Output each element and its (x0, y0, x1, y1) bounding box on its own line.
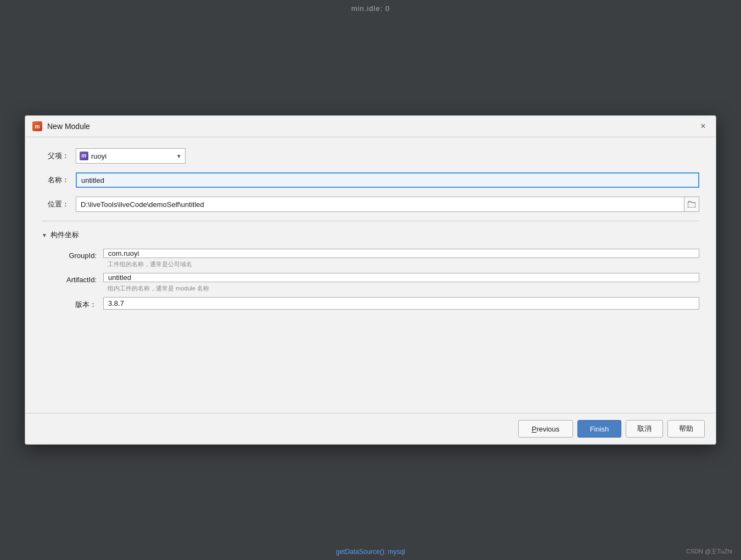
artifactid-row: ArtifactId: 组内工件的名称，通常是 module 名称 (53, 273, 699, 293)
parent-row: 父项： m ruoyi ▼ (42, 148, 699, 164)
artifactid-label: ArtifactId: (53, 273, 97, 293)
dialog-footer: Previous Finish 取消 帮助 (25, 413, 716, 444)
cancel-button[interactable]: 取消 (626, 420, 663, 438)
location-input[interactable] (76, 197, 684, 212)
close-button[interactable]: × (697, 120, 709, 132)
parent-label: 父项： (42, 151, 69, 161)
section-header[interactable]: ▼ 构件坐标 (42, 230, 699, 240)
parent-select[interactable]: m ruoyi ▼ (76, 148, 186, 164)
dialog-titlebar: m New Module × (25, 116, 716, 137)
parent-value: ruoyi (91, 152, 106, 160)
browse-button[interactable] (684, 197, 699, 212)
version-row: 版本： (53, 297, 699, 310)
dialog-body: 父项： m ruoyi ▼ 名称： 位置： (25, 137, 716, 413)
name-control (76, 172, 699, 188)
artifactid-hint: 组内工件的名称，通常是 module 名称 (103, 284, 699, 293)
chevron-down-icon: ▼ (176, 153, 182, 159)
bg-bottom-right: CSDN @王TuZhi (686, 547, 732, 556)
groupid-field-wrap: 工件组的名称，通常是公司域名 (103, 249, 699, 268)
folder-icon (688, 201, 695, 208)
artifactid-input[interactable] (103, 273, 699, 282)
version-field-wrap (103, 297, 699, 310)
parent-control: m ruoyi ▼ (76, 148, 699, 164)
section-label: 构件坐标 (50, 230, 79, 240)
section-content: GroupId: 工件组的名称，通常是公司域名 ArtifactId: 组内工件… (42, 249, 699, 310)
location-control (76, 197, 699, 212)
version-input[interactable] (103, 297, 699, 310)
bg-bottom-hint: getDataSource(): mysql (0, 548, 741, 556)
name-row: 名称： (42, 172, 699, 188)
m-icon: m (80, 152, 88, 160)
location-row: 位置： (42, 197, 699, 212)
bg-top-hint: min.idle: 0 (0, 4, 741, 13)
finish-button[interactable]: Finish (577, 420, 621, 438)
artifactid-field-wrap: 组内工件的名称，通常是 module 名称 (103, 273, 699, 293)
name-input[interactable] (76, 172, 699, 188)
groupid-row: GroupId: 工件组的名称，通常是公司域名 (53, 249, 699, 268)
new-module-dialog: m New Module × 父项： m ruoyi ▼ 名称： (25, 115, 716, 445)
ide-background: min.idle: 0 getDataSource(): mysql CSDN … (0, 0, 741, 560)
location-label: 位置： (42, 199, 69, 209)
dialog-title: New Module (47, 122, 693, 131)
version-label: 版本： (53, 297, 97, 310)
previous-button[interactable]: Previous (518, 420, 573, 438)
groupid-input[interactable] (103, 249, 699, 258)
help-button[interactable]: 帮助 (667, 420, 705, 438)
groupid-label: GroupId: (53, 249, 97, 268)
chevron-down-icon: ▼ (42, 232, 47, 238)
module-icon: m (32, 121, 42, 131)
dialog-icon: m (32, 121, 43, 132)
groupid-hint: 工件组的名称，通常是公司域名 (103, 260, 699, 268)
section-divider (42, 221, 699, 221)
name-label: 名称： (42, 175, 69, 185)
